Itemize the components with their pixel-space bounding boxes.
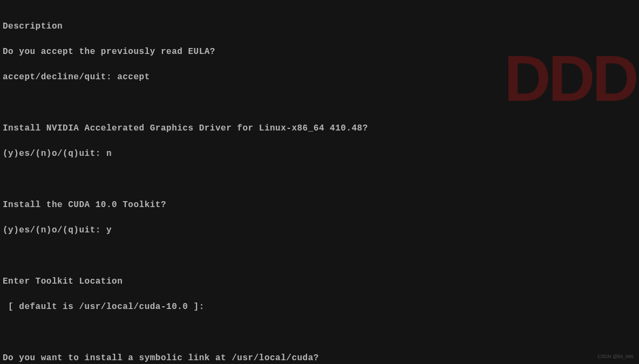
terminal-line: Install the CUDA 10.0 Toolkit? [3, 199, 636, 212]
terminal-line [3, 250, 636, 263]
terminal-line: (y)es/(n)o/(q)uit: n [3, 148, 636, 161]
terminal-line: [ default is /usr/local/cuda-10.0 ]: [3, 301, 636, 314]
terminal-line: Do you want to install a symbolic link a… [3, 352, 636, 364]
terminal-line [3, 327, 636, 340]
terminal-line: Description [3, 20, 636, 33]
footer-attribution: CSDN @bit_666 [597, 353, 634, 360]
terminal-line: Install NVIDIA Accelerated Graphics Driv… [3, 122, 636, 135]
terminal-line: Enter Toolkit Location [3, 276, 636, 289]
terminal-line [3, 174, 636, 187]
terminal-line: (y)es/(n)o/(q)uit: y [3, 224, 636, 237]
watermark-logo: DDD [504, 46, 636, 111]
